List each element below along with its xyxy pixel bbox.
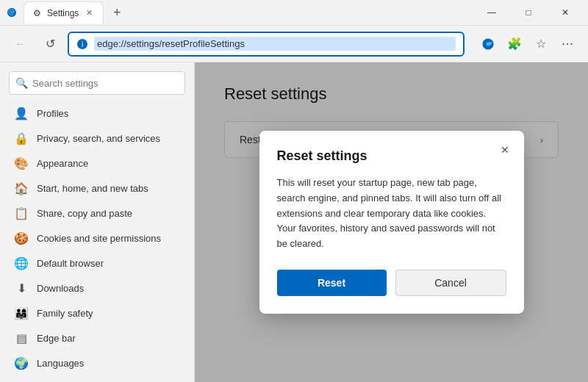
search-input[interactable] xyxy=(32,78,179,89)
sidebar-item-label-downloads: Downloads xyxy=(37,283,84,294)
settings-tab[interactable]: ⚙ Settings ✕ xyxy=(24,1,104,24)
edgebar-icon: ▤ xyxy=(15,331,28,345)
tab-bar: ⚙ Settings ✕ + xyxy=(24,1,469,24)
appearance-icon: 🎨 xyxy=(15,156,28,170)
start-icon: 🏠 xyxy=(15,181,28,195)
sidebar-item-label-privacy: Privacy, search, and services xyxy=(37,133,160,144)
browser-icon xyxy=(6,7,18,18)
family-icon: 👨‍👩‍👧 xyxy=(15,306,28,320)
toolbar-icons: 🧩 ☆ ⋯ xyxy=(476,32,579,56)
edge-logo-icon xyxy=(481,37,495,51)
more-button[interactable]: ⋯ xyxy=(556,32,579,56)
sidebar-item-share[interactable]: 📋Share, copy and paste xyxy=(3,201,191,226)
window-controls: — □ ✕ xyxy=(475,1,582,24)
sidebar-item-privacy[interactable]: 🔒Privacy, search, and services xyxy=(3,126,191,151)
refresh-button[interactable]: ↺ xyxy=(38,32,62,56)
sidebar-item-label-appearance: Appearance xyxy=(37,158,88,169)
sidebar-item-appearance[interactable]: 🎨Appearance xyxy=(3,151,191,176)
sidebar-item-start[interactable]: 🏠Start, home, and new tabs xyxy=(3,176,191,201)
search-box[interactable]: 🔍 xyxy=(9,71,185,95)
dialog-close-button[interactable]: ✕ xyxy=(495,140,515,160)
default-icon: 🌐 xyxy=(15,256,28,270)
profiles-icon: 👤 xyxy=(15,107,28,120)
languages-icon: 🌍 xyxy=(15,356,28,370)
reset-button[interactable]: Reset xyxy=(277,270,387,296)
reset-dialog: ✕ Reset settings This will reset your st… xyxy=(259,131,524,314)
search-icon: 🔍 xyxy=(15,77,28,89)
sidebar-item-label-profiles: Profiles xyxy=(37,108,68,119)
tab-label: Settings xyxy=(47,8,79,18)
dialog-actions: Reset Cancel xyxy=(277,270,506,296)
sidebar: 🔍 👤Profiles🔒Privacy, search, and service… xyxy=(0,62,195,382)
svg-text:i: i xyxy=(82,40,83,48)
sidebar-item-profiles[interactable]: 👤Profiles xyxy=(3,101,191,126)
sidebar-item-label-languages: Languages xyxy=(37,358,84,369)
sidebar-item-downloads[interactable]: ⬇Downloads xyxy=(3,275,191,300)
cancel-button[interactable]: Cancel xyxy=(395,270,506,296)
close-button[interactable]: ✕ xyxy=(548,1,582,24)
modal-overlay: ✕ Reset settings This will reset your st… xyxy=(195,62,588,382)
sidebar-item-label-share: Share, copy and paste xyxy=(37,208,132,219)
sidebar-item-default[interactable]: 🌐Default browser xyxy=(3,251,191,275)
security-icon: i xyxy=(76,38,88,50)
new-tab-button[interactable]: + xyxy=(107,2,127,23)
nav-items: 👤Profiles🔒Privacy, search, and services🎨… xyxy=(0,101,194,382)
sidebar-item-label-cookies: Cookies and site permissions xyxy=(37,233,161,244)
share-icon: 📋 xyxy=(15,206,28,220)
sidebar-item-family[interactable]: 👨‍👩‍👧Family safety xyxy=(3,300,191,325)
tab-close-button[interactable]: ✕ xyxy=(85,7,94,19)
sidebar-item-label-default: Default browser xyxy=(37,258,104,269)
sidebar-item-label-start: Start, home, and new tabs xyxy=(37,183,148,194)
sidebar-item-label-family: Family safety xyxy=(37,308,93,319)
edge-logo-button[interactable] xyxy=(476,32,500,56)
sidebar-item-edgebar[interactable]: ▤Edge bar xyxy=(3,325,191,350)
content-area: Reset settings Restore settings to their… xyxy=(195,62,588,382)
cookies-icon: 🍪 xyxy=(15,231,28,245)
downloads-icon: ⬇ xyxy=(15,281,28,295)
back-button[interactable]: ← xyxy=(9,32,32,56)
tab-icon: ⚙ xyxy=(33,8,41,18)
titlebar: ⚙ Settings ✕ + — □ ✕ xyxy=(0,0,588,26)
dialog-title: Reset settings xyxy=(277,148,506,164)
main: 🔍 👤Profiles🔒Privacy, search, and service… xyxy=(0,62,588,382)
sidebar-item-cookies[interactable]: 🍪Cookies and site permissions xyxy=(3,226,191,251)
addressbar: ← ↺ i edge://settings/resetProfileSettin… xyxy=(0,26,588,62)
extensions-button[interactable]: 🧩 xyxy=(503,32,526,56)
dialog-body: This will reset your startup page, new t… xyxy=(277,176,506,252)
privacy-icon: 🔒 xyxy=(15,131,28,145)
favorites-button[interactable]: ☆ xyxy=(529,32,553,56)
sidebar-item-label-edgebar: Edge bar xyxy=(37,333,76,344)
maximize-button[interactable]: □ xyxy=(512,1,545,24)
sidebar-item-printers[interactable]: 🖨Printers xyxy=(3,375,191,382)
sidebar-item-languages[interactable]: 🌍Languages xyxy=(3,350,191,375)
minimize-button[interactable]: — xyxy=(475,1,509,24)
url-text[interactable]: edge://settings/resetProfileSettings xyxy=(94,37,456,51)
url-bar[interactable]: i edge://settings/resetProfileSettings xyxy=(68,32,465,57)
